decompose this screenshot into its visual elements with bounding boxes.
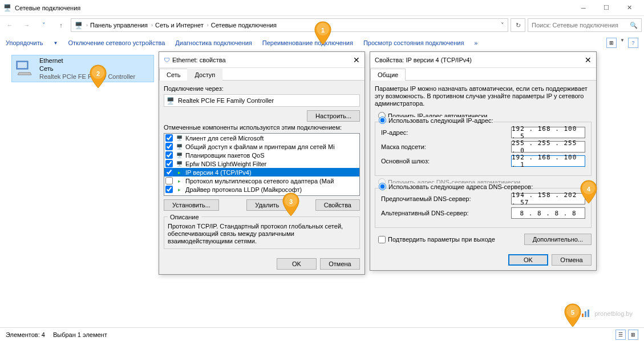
tb-rename[interactable]: Переименование подключения <box>262 39 353 46</box>
tab-access[interactable]: Доступ <box>187 69 222 81</box>
comp-check-2[interactable] <box>165 151 173 159</box>
breadcrumb-dropdown[interactable]: ˅ <box>501 22 504 29</box>
items-count: Элементов: 4 <box>6 331 45 338</box>
network-icon: 🖥️ <box>3 4 11 11</box>
description-title: Описание <box>168 214 201 220</box>
mask-label: Маска подсети: <box>381 143 511 150</box>
components-list[interactable]: 🖥️Клиент для сетей Microsoft 🖥️Общий дос… <box>164 133 360 196</box>
watermark: pronetblog.by <box>581 309 633 318</box>
comp-check-6[interactable] <box>165 186 173 193</box>
titlebar: 🖥️ Сетевые подключения ─ ☐ ✕ <box>0 0 644 16</box>
address-bar: ← → ˅ ↑ 🖥️ ›Панель управления ›Сеть и Ин… <box>0 16 644 34</box>
uninstall-button[interactable]: Удалить <box>246 199 287 211</box>
cancel-button[interactable]: Отмена <box>320 258 360 270</box>
dns2-input[interactable]: 8 . 8 . 8 . 8 <box>511 207 585 219</box>
toolbar: Упорядочить▼ Отключение сетевого устройс… <box>0 34 644 51</box>
close-icon[interactable]: ✕ <box>353 55 360 65</box>
connection-item-ethernet[interactable]: Ethernet Сеть Realtek PCIe FE Family Con… <box>11 55 154 82</box>
ip-input[interactable]: 192 . 168 . 100 . 5 <box>511 127 585 138</box>
network-icon: 🖥️ <box>75 22 83 29</box>
up-button[interactable]: ↑ <box>54 18 68 33</box>
cancel-button[interactable]: Отмена <box>552 254 592 266</box>
tb-more[interactable]: » <box>474 39 477 46</box>
organize-menu[interactable]: Упорядочить <box>6 39 43 46</box>
window-title: Сетевые подключения <box>15 5 80 11</box>
forward-button[interactable]: → <box>19 18 34 33</box>
crumb-0[interactable]: Панель управления <box>90 22 148 29</box>
ethernet-properties-dialog: 🛡 Ethernet: свойства ✕ Сеть Доступ Подкл… <box>159 51 365 275</box>
back-button[interactable]: ← <box>2 18 17 33</box>
connection-adapter: Realtek PCIe FE Family Controller <box>39 73 135 81</box>
comp-check-3[interactable] <box>165 160 173 167</box>
crumb-2[interactable]: Сетевые подключения <box>211 22 277 29</box>
dns2-label: Альтернативный DNS-сервер: <box>381 210 511 216</box>
tab-general[interactable]: Общие <box>370 69 406 81</box>
mask-input[interactable]: 255 . 255 . 255 . 0 <box>511 141 585 153</box>
properties-button[interactable]: Свойства <box>315 199 360 211</box>
svg-rect-3 <box>582 314 584 317</box>
maximize-button[interactable]: ☐ <box>595 2 618 14</box>
view-details-icon[interactable]: ☰ <box>615 330 626 340</box>
nic-icon: 🖥️ <box>167 97 175 105</box>
use-dns-radio[interactable] <box>379 183 386 190</box>
connect-via-label: Подключение через: <box>164 85 360 92</box>
statusbar: Элементов: 4 Выбран 1 элемент ☰ ⊞ <box>0 327 644 341</box>
dialog-titlebar[interactable]: Свойства: IP версии 4 (TCP/IPv4) ✕ <box>370 52 596 68</box>
recent-dropdown[interactable]: ˅ <box>37 18 51 33</box>
configure-button[interactable]: Настроить... <box>307 110 360 122</box>
adapter-field: 🖥️ Realtek PCIe FE Family Controller <box>164 94 360 107</box>
comp-check-4[interactable] <box>165 169 173 176</box>
ip-label: IP-адрес: <box>381 129 511 136</box>
dialog-titlebar[interactable]: 🛡 Ethernet: свойства ✕ <box>159 52 364 68</box>
advanced-button[interactable]: Дополнительно... <box>524 234 592 245</box>
refresh-button[interactable]: ↻ <box>511 18 525 32</box>
svg-rect-5 <box>588 310 589 317</box>
selected-count: Выбран 1 элемент <box>53 331 107 338</box>
tb-diag[interactable]: Диагностика подключения <box>175 39 252 46</box>
components-label: Отмеченные компоненты используются этим … <box>164 124 360 131</box>
connection-status: Сеть <box>39 65 135 73</box>
breadcrumb-bar[interactable]: 🖥️ ›Панель управления ›Сеть и Интернет ›… <box>71 18 508 32</box>
shield-icon: 🛡 <box>164 57 170 63</box>
svg-rect-4 <box>585 311 586 317</box>
dialog-title: Ethernet: свойства <box>172 57 226 63</box>
minimize-button[interactable]: ─ <box>572 2 595 14</box>
search-icon: 🔍 <box>630 22 638 29</box>
gateway-input[interactable]: 192 . 168 . 100 . 1 <box>511 155 585 167</box>
close-button[interactable]: ✕ <box>618 2 641 14</box>
ipv4-properties-dialog: Свойства: IP версии 4 (TCP/IPv4) ✕ Общие… <box>370 51 597 271</box>
comp-check-0[interactable] <box>165 134 173 142</box>
help-icon[interactable]: ? <box>628 38 638 48</box>
ok-button[interactable]: OK <box>508 254 548 266</box>
help-text: Параметры IP можно назначать автоматичес… <box>375 85 592 107</box>
search-input[interactable]: Поиск: Сетевые подключения 🔍 <box>528 18 642 32</box>
connection-name: Ethernet <box>39 57 135 65</box>
ethernet-icon <box>13 57 36 79</box>
close-icon[interactable]: ✕ <box>585 55 592 65</box>
install-button[interactable]: Установить... <box>164 199 219 211</box>
description-text: Протокол TCP/IP. Стандартный протокол гл… <box>168 223 356 245</box>
confirm-exit-checkbox[interactable] <box>378 236 386 243</box>
crumb-1[interactable]: Сеть и Интернет <box>155 22 204 29</box>
view-icon[interactable]: ⊞ <box>606 38 617 48</box>
gateway-label: Основной шлюз: <box>381 158 511 165</box>
dns1-label: Предпочитаемый DNS-сервер: <box>381 195 511 202</box>
comp-check-5[interactable] <box>165 177 173 184</box>
tb-disable[interactable]: Отключение сетевого устройства <box>68 39 165 46</box>
view-icons-icon[interactable]: ⊞ <box>628 330 638 340</box>
dns1-input[interactable]: 194 . 158 . 202 . 57 <box>511 193 585 204</box>
tab-network[interactable]: Сеть <box>159 69 188 81</box>
tb-status[interactable]: Просмотр состояния подключения <box>363 39 464 46</box>
dialog-title: Свойства: IP версии 4 (TCP/IPv4) <box>375 57 472 63</box>
svg-rect-1 <box>18 62 27 68</box>
use-ip-radio[interactable] <box>379 117 386 124</box>
ok-button[interactable]: OK <box>277 258 317 270</box>
comp-check-1[interactable] <box>165 143 173 150</box>
